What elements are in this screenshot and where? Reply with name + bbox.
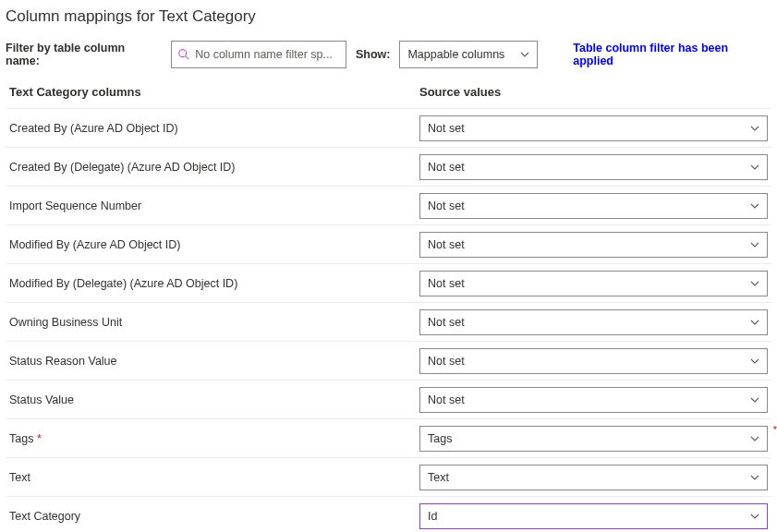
source-value-select[interactable]: Not set: [419, 193, 768, 219]
source-value-text: Not set: [428, 200, 465, 212]
source-value-select[interactable]: Id: [419, 503, 768, 529]
column-label: Modified By (Azure AD Object ID): [9, 238, 419, 251]
chevron-down-icon: [750, 201, 759, 211]
source-value-select[interactable]: Not set: [419, 232, 768, 258]
mapping-row: Status Reason ValueNot set: [6, 341, 771, 380]
filter-input-wrap[interactable]: [171, 41, 346, 68]
column-label: Status Reason Value: [9, 355, 419, 368]
column-label: Text: [9, 471, 419, 484]
required-indicator: *: [773, 424, 777, 435]
chevron-down-icon: [750, 240, 759, 249]
source-value-select[interactable]: Text: [419, 465, 768, 490]
mapping-row: Import Sequence NumberNot set: [6, 186, 771, 224]
column-label: Created By (Delegate) (Azure AD Object I…: [9, 161, 419, 174]
source-value-select[interactable]: Not set: [419, 271, 768, 296]
mapping-row: Modified By (Azure AD Object ID)Not set: [6, 224, 771, 263]
chevron-down-icon: [750, 434, 759, 443]
mapping-row: Status ValueNot set: [6, 380, 771, 418]
column-label: Text Category: [9, 510, 419, 523]
chevron-down-icon: [750, 124, 759, 133]
source-value-select[interactable]: Not set: [419, 154, 768, 180]
source-value-text: Tags: [428, 432, 452, 445]
chevron-down-icon: [750, 357, 759, 366]
search-icon: [177, 48, 190, 61]
svg-point-0: [179, 50, 187, 57]
table-headers: Text Category columns Source values: [6, 85, 771, 108]
required-indicator: *: [33, 432, 41, 445]
chevron-down-icon: [750, 318, 759, 327]
chevron-down-icon: [750, 473, 759, 482]
source-value-select[interactable]: Tags: [419, 426, 768, 452]
mapping-row: Text CategoryId: [6, 496, 771, 532]
show-label: Show:: [356, 48, 391, 61]
mapping-rows: Created By (Azure AD Object ID)Not setCr…: [6, 108, 771, 532]
source-value-select[interactable]: Not set: [419, 115, 768, 141]
filter-applied-message: Table column filter has been applied: [573, 42, 771, 67]
source-value-text: Id: [428, 510, 437, 523]
header-columns: Text Category columns: [9, 85, 419, 99]
mapping-row: Owning Business UnitNot set: [6, 302, 771, 341]
source-value-text: Not set: [428, 277, 465, 290]
mapping-row: Modified By (Delegate) (Azure AD Object …: [6, 263, 771, 302]
chevron-down-icon: [750, 512, 759, 521]
source-value-text: Not set: [428, 122, 465, 135]
column-label: Owning Business Unit: [9, 316, 419, 329]
chevron-down-icon: [750, 395, 759, 405]
source-value-text: Not set: [428, 393, 465, 406]
page-title: Column mappings for Text Category: [6, 7, 771, 26]
column-label: Status Value: [9, 393, 419, 406]
filter-bar: Filter by table column name: Show: Mappa…: [6, 41, 771, 68]
mapping-row: Tags *Tags: [6, 418, 771, 457]
source-value-text: Not set: [428, 238, 465, 251]
show-select-value: Mappable columns: [407, 48, 504, 61]
source-value-text: Not set: [428, 161, 465, 174]
column-label: Created By (Azure AD Object ID): [9, 122, 419, 135]
source-value-text: Not set: [428, 316, 465, 329]
show-select[interactable]: Mappable columns: [399, 41, 538, 68]
svg-line-1: [186, 56, 189, 60]
mapping-row: Created By (Delegate) (Azure AD Object I…: [6, 147, 771, 186]
source-value-select[interactable]: Not set: [419, 309, 768, 335]
mapping-row: TextText: [6, 457, 771, 496]
source-value-text: Text: [428, 471, 449, 484]
header-source-values: Source values: [419, 85, 768, 99]
chevron-down-icon: [520, 50, 529, 59]
column-label: Import Sequence Number: [9, 200, 419, 212]
source-value-select[interactable]: Not set: [419, 348, 768, 374]
source-value-text: Not set: [428, 355, 465, 368]
column-label: Tags *: [9, 432, 419, 445]
chevron-down-icon: [750, 279, 759, 288]
mapping-row: Created By (Azure AD Object ID)Not set: [6, 108, 771, 147]
filter-label: Filter by table column name:: [6, 42, 162, 67]
source-value-select[interactable]: Not set: [419, 387, 768, 413]
column-label: Modified By (Delegate) (Azure AD Object …: [9, 277, 419, 290]
chevron-down-icon: [750, 163, 759, 172]
column-name-filter-input[interactable]: [195, 48, 340, 61]
